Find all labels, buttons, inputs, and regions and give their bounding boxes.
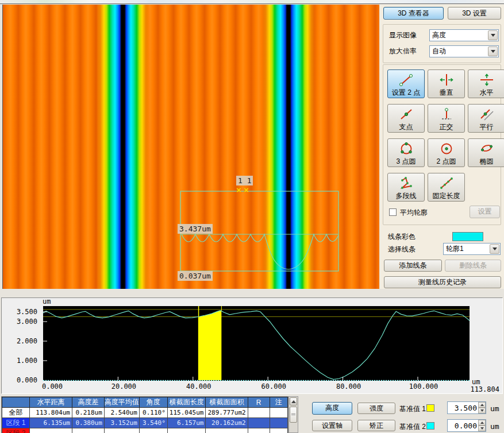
- delete-line-button[interactable]: 删除线条: [445, 260, 501, 272]
- magnification-label: 放大倍率: [389, 47, 417, 56]
- lower-height-label: 0.037um: [178, 271, 213, 281]
- segment-start-marker[interactable]: ×: [236, 187, 241, 194]
- svg-text:100.000: 100.000: [409, 382, 438, 391]
- tool-vertical[interactable]: 垂直: [428, 69, 465, 98]
- tool-fixed-length[interactable]: 固定长度: [428, 173, 465, 202]
- svg-text:um: um: [43, 298, 51, 306]
- segment-marker-label: 1 1: [236, 176, 253, 185]
- horizontal-line-icon: [478, 72, 495, 88]
- average-profile-label: 平均轮廓: [400, 208, 428, 218]
- reference-1-color-swatch[interactable]: [426, 404, 434, 412]
- table-header: 注: [270, 397, 287, 408]
- profile-settings-button[interactable]: 设置: [470, 206, 500, 218]
- reference-1-spinner[interactable]: 3.500: [447, 401, 486, 414]
- chevron-down-icon[interactable]: [488, 30, 498, 40]
- line-color-swatch[interactable]: [452, 232, 483, 241]
- tab-3d-viewer[interactable]: 3D 查看器: [383, 7, 444, 20]
- reference-1-label: 基准值 1: [399, 404, 426, 414]
- results-table-wrap: 水平距离高度差高度平均值角度横截面长度横截面面积R注全部113.804um0.2…: [1, 396, 288, 433]
- measurement-history-button[interactable]: 测量线历史记录: [384, 276, 501, 288]
- line-color-label: 线条彩色: [388, 232, 415, 242]
- table-row[interactable]: 全部113.804um0.218um2.540um0.110°115.045um…: [2, 408, 288, 418]
- table-header: [2, 397, 30, 408]
- tool-set-2-points[interactable]: 设置 2 点: [387, 69, 425, 98]
- svg-text:0.000: 0.000: [17, 376, 37, 384]
- table-header: 高度差: [72, 397, 104, 408]
- reference-2-spinner[interactable]: 0.000: [447, 419, 486, 432]
- svg-text:80.000: 80.000: [336, 382, 361, 391]
- fixed-length-line-icon: [438, 175, 455, 191]
- select-line-dropdown[interactable]: 轮廓1: [443, 243, 501, 255]
- svg-text:2.000: 2.000: [17, 337, 37, 345]
- control-panel: 3D 查看器 3D 设置 显示图像 高度 放大倍率 自动 设置 2 点 垂直: [380, 5, 504, 289]
- tool-pivot[interactable]: 支点: [387, 104, 425, 133]
- display-image-label: 显示图像: [389, 30, 417, 40]
- results-table[interactable]: 水平距离高度差高度平均值角度横截面长度横截面面积R注全部113.804um0.2…: [2, 397, 288, 433]
- table-scrollbar[interactable]: [288, 396, 298, 433]
- svg-text:60.000: 60.000: [261, 382, 286, 391]
- svg-text:3.500: 3.500: [17, 308, 37, 316]
- svg-text:3.000: 3.000: [17, 318, 37, 326]
- scrollbar-thumb[interactable]: [290, 407, 297, 423]
- tab-3d-settings[interactable]: 3D 设置: [448, 7, 501, 20]
- average-profile-checkbox[interactable]: [389, 208, 397, 216]
- spin-up-icon[interactable]: [478, 402, 486, 408]
- svg-text:0.000: 0.000: [42, 382, 63, 391]
- reference-2-label: 基准值 2: [399, 422, 426, 432]
- orthogonal-line-icon: [438, 106, 455, 122]
- ellipse-icon: [478, 141, 495, 157]
- tool-orthogonal[interactable]: 正交: [428, 104, 465, 133]
- svg-text:40.000: 40.000: [186, 382, 211, 391]
- scroll-up-icon[interactable]: [290, 397, 297, 405]
- reference-2-color-swatch[interactable]: [426, 422, 434, 430]
- reference-1-value: 3.500: [448, 404, 478, 412]
- table-header: R: [248, 397, 270, 408]
- spin-up-icon[interactable]: [478, 420, 486, 426]
- tool-ellipse[interactable]: 椭圆: [468, 138, 504, 167]
- chevron-down-icon[interactable]: [490, 244, 499, 254]
- segment-end-marker[interactable]: ×: [244, 187, 249, 194]
- chevron-down-icon[interactable]: [488, 47, 498, 56]
- vertical-line-icon: [438, 72, 455, 88]
- parallel-lines-icon: [478, 106, 495, 122]
- table-header: 横截面长度: [167, 397, 206, 408]
- correction-button[interactable]: 矫正: [357, 420, 395, 431]
- svg-text:1.000: 1.000: [17, 357, 37, 365]
- spin-down-icon[interactable]: [478, 426, 486, 431]
- upper-height-label: 3.437um: [178, 224, 213, 234]
- select-line-label: 选择线条: [388, 245, 415, 254]
- tool-3-point-circle[interactable]: 3 点圆: [387, 138, 425, 167]
- heightmap-view[interactable]: 1 1 × × 3.437um 0.037um: [2, 5, 379, 289]
- magnification-value: 自动: [430, 46, 488, 57]
- add-line-button[interactable]: 添加线条: [384, 260, 442, 272]
- display-image-select[interactable]: 高度: [429, 29, 499, 41]
- svg-text:um: um: [472, 378, 480, 386]
- table-row[interactable]: 区段 2: [2, 428, 288, 433]
- tool-horizontal[interactable]: 水平: [468, 69, 504, 98]
- table-row[interactable]: 区段 16.135um0.380um3.152um3.540°6.157um20…: [2, 418, 288, 428]
- tool-polyline[interactable]: 多段线: [387, 173, 425, 202]
- two-point-line-icon: [398, 72, 415, 88]
- svg-text:20.000: 20.000: [111, 382, 136, 391]
- profile-chart[interactable]: 3.5003.0002.0001.0000.0000.00020.00040.0…: [2, 298, 502, 393]
- reference-2-value: 0.000: [448, 422, 478, 430]
- table-header: 角度: [139, 397, 167, 408]
- set-axis-button[interactable]: 设置轴: [312, 420, 352, 431]
- reference-2-unit: um: [490, 422, 499, 431]
- display-groupbox: 显示图像 高度 放大倍率 自动: [383, 24, 501, 63]
- height-mode-button[interactable]: 高度: [312, 402, 352, 415]
- center-circle-icon: [438, 141, 455, 157]
- magnification-select[interactable]: 自动: [429, 45, 499, 57]
- tool-parallel[interactable]: 平行: [468, 104, 504, 133]
- display-image-value: 高度: [430, 30, 488, 41]
- intensity-mode-button[interactable]: 强度: [357, 403, 395, 414]
- tools-groupbox: 设置 2 点 垂直 水平 支点: [383, 64, 501, 225]
- table-header: 横截面面积: [206, 397, 248, 408]
- selected-line-value: 轮廓1: [444, 243, 490, 254]
- three-point-circle-icon: [398, 141, 415, 157]
- spin-down-icon[interactable]: [478, 408, 486, 413]
- pivot-line-icon: [398, 106, 415, 122]
- polyline-icon: [398, 175, 415, 191]
- svg-text:113.804: 113.804: [470, 385, 499, 393]
- tool-2-point-circle[interactable]: 2 点圆: [428, 138, 465, 167]
